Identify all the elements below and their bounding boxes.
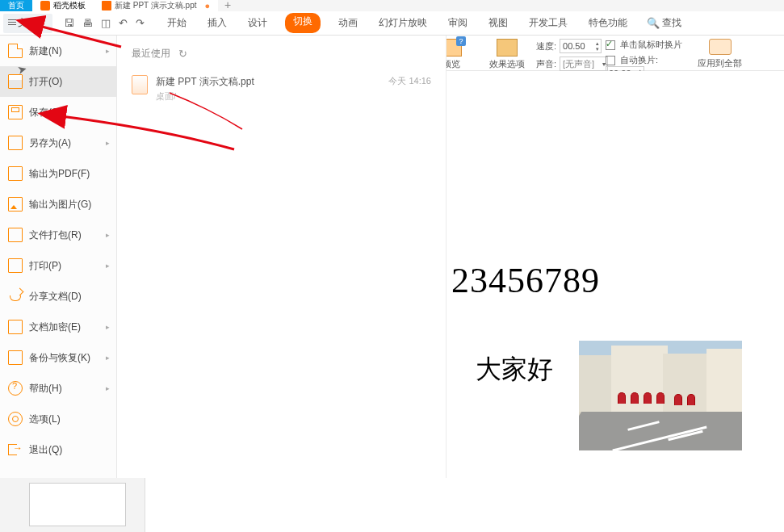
speed-spinner[interactable]: 00.50 ▴▾ xyxy=(560,39,602,53)
file-menu-button[interactable]: 文件 ▾ xyxy=(3,14,52,33)
slide-text-numbers[interactable]: 23456789 xyxy=(451,260,600,301)
file-menu-backup[interactable]: 备份与恢复(K)▸ xyxy=(0,342,116,373)
speed-label: 速度: xyxy=(536,40,556,52)
file-menu-export-pdf[interactable]: 输出为PDF(F) xyxy=(0,158,116,189)
file-menu-new-label: 新建(N) xyxy=(29,44,62,58)
chevron-right-icon: ▸ xyxy=(106,384,110,392)
recent-file-path: 桌面/ xyxy=(156,90,380,103)
quick-access-toolbar: 🖫 🖶 ◫ ↶ ↷ xyxy=(64,17,145,29)
file-menu-share-label: 分享文档(D) xyxy=(29,290,82,304)
chevron-right-icon: ▸ xyxy=(106,47,110,55)
qat-preview-icon[interactable]: ◫ xyxy=(101,17,111,29)
file-menu-help-label: 帮助(H) xyxy=(29,382,62,396)
file-menu-save[interactable]: 保存(S) xyxy=(0,97,116,128)
file-menu-new[interactable]: 新建(N)▸ xyxy=(0,36,116,66)
sound-dropdown[interactable]: [无声音] ▾ xyxy=(560,57,608,71)
print-icon xyxy=(8,258,23,273)
recent-file-name: 新建 PPT 演示文稿.ppt xyxy=(156,75,380,89)
slide-text-greeting[interactable]: 大家好 xyxy=(476,352,553,387)
ribbon-tabs: 开始 插入 设计 切换 动画 幻灯片放映 审阅 视图 开发工具 特色功能 xyxy=(164,13,631,33)
save-as-icon xyxy=(8,136,23,150)
file-menu-package[interactable]: 文件打包(R)▸ xyxy=(0,220,116,250)
ribbon-tab-review[interactable]: 审阅 xyxy=(445,13,471,33)
chevron-right-icon: ▸ xyxy=(106,139,110,147)
docer-icon xyxy=(40,1,50,10)
tab-document[interactable]: 新建 PPT 演示文稿.ppt ● xyxy=(94,0,218,11)
qat-undo-icon[interactable]: ↶ xyxy=(119,17,128,29)
chevron-right-icon: ▸ xyxy=(106,231,110,239)
new-file-icon xyxy=(8,44,23,58)
recent-file-item[interactable]: 新建 PPT 演示文稿.ppt 桌面/ 今天 14:16 xyxy=(132,72,431,106)
ribbon-tab-features[interactable]: 特色功能 xyxy=(585,13,631,33)
gear-icon xyxy=(8,412,23,426)
ribbon-tab-transition[interactable]: 切换 xyxy=(285,13,321,33)
file-menu-exit[interactable]: 退出(Q) xyxy=(0,434,116,465)
ribbon-tab-devtools[interactable]: 开发工具 xyxy=(526,13,571,33)
file-menu-save-label: 保存(S) xyxy=(29,106,61,119)
recent-heading: 最近使用 ↻ xyxy=(132,47,431,61)
ribbon-tab-animation[interactable]: 动画 xyxy=(335,13,361,33)
ribbon-tab-view[interactable]: 视图 xyxy=(485,13,511,33)
file-menu-backup-label: 备份与恢复(K) xyxy=(29,351,90,365)
ribbon-bar: 文件 ▾ 🖫 🖶 ◫ ↶ ↷ 开始 插入 设计 切换 动画 幻灯片放映 审阅 视… xyxy=(0,11,784,36)
ribbon-search[interactable]: 🔍 查找 xyxy=(647,16,681,30)
image-icon xyxy=(8,197,23,212)
pdf-icon xyxy=(8,166,23,181)
file-menu-export-image[interactable]: 输出为图片(G) xyxy=(0,189,116,220)
qat-print-icon[interactable]: 🖶 xyxy=(82,17,93,29)
tab-docer-label: 稻壳模板 xyxy=(53,0,86,11)
refresh-icon[interactable]: ↻ xyxy=(178,48,187,60)
effect-options-group[interactable]: 效果选项 xyxy=(489,39,525,70)
tab-add-button[interactable]: + xyxy=(218,0,237,11)
speed-sound-group: 速度: 00.50 ▴▾ 声音: [无声音] ▾ xyxy=(536,39,608,74)
file-menu-panel: 新建(N)▸ 打开(O) 保存(S) 另存为(A)▸ 输出为PDF(F) 输出为… xyxy=(0,36,117,478)
file-menu-encrypt-label: 文档加密(E) xyxy=(29,320,81,334)
file-menu-options-label: 选项(L) xyxy=(29,413,61,426)
slide-thumbnail[interactable] xyxy=(29,483,126,526)
tab-docer[interactable]: 稻壳模板 xyxy=(32,0,94,11)
apply-all-label: 应用到全部 xyxy=(698,57,742,69)
qat-redo-icon[interactable]: ↷ xyxy=(136,17,145,29)
ribbon-tab-slideshow[interactable]: 幻灯片放映 xyxy=(375,13,430,33)
file-menu-options[interactable]: 选项(L) xyxy=(0,404,116,434)
tab-close-icon[interactable]: ● xyxy=(205,1,211,10)
tab-document-label: 新建 PPT 演示文稿.ppt xyxy=(115,0,197,11)
recent-files-panel: 最近使用 ↻ 新建 PPT 演示文稿.ppt 桌面/ 今天 14:16 xyxy=(117,36,447,478)
file-menu-help[interactable]: 帮助(H)▸ xyxy=(0,373,116,404)
ribbon-search-label: 查找 xyxy=(662,16,681,30)
ribbon-tab-design[interactable]: 设计 xyxy=(245,13,270,33)
file-menu-share[interactable]: 分享文档(D) xyxy=(0,281,116,312)
advance-on-click-checkbox[interactable] xyxy=(606,40,615,50)
chevron-right-icon: ▸ xyxy=(106,323,110,331)
file-menu-print[interactable]: 打印(P)▸ xyxy=(0,250,116,281)
file-menu-save-as[interactable]: 另存为(A)▸ xyxy=(0,128,116,158)
speed-value: 00.50 xyxy=(563,41,585,51)
apply-all-icon xyxy=(709,39,732,55)
slide-image-street[interactable] xyxy=(579,341,742,450)
recent-heading-label: 最近使用 xyxy=(132,47,170,61)
apply-all-group[interactable]: 应用到全部 xyxy=(698,39,742,69)
slide-canvas[interactable]: 23456789 大家好 xyxy=(447,71,784,532)
chevron-right-icon: ▸ xyxy=(106,262,110,270)
ppt-file-icon xyxy=(132,75,148,94)
file-menu-img-label: 输出为图片(G) xyxy=(29,198,91,212)
help-icon xyxy=(8,381,23,396)
spinner-caret-icon[interactable]: ▴▾ xyxy=(596,40,599,52)
auto-advance-checkbox[interactable] xyxy=(606,56,615,65)
file-menu-print-label: 打印(P) xyxy=(29,259,61,273)
auto-advance-label: 自动换片: xyxy=(620,55,658,65)
file-menu-encrypt[interactable]: 文档加密(E)▸ xyxy=(0,312,116,342)
title-tab-strip: 首页 稻壳模板 新建 PPT 演示文稿.ppt ● + xyxy=(0,0,784,11)
share-icon xyxy=(8,289,23,304)
package-icon xyxy=(8,228,23,242)
recent-file-time: 今天 14:16 xyxy=(388,75,431,87)
ribbon-tab-start[interactable]: 开始 xyxy=(164,13,190,33)
qat-save-icon[interactable]: 🖫 xyxy=(64,17,74,29)
tab-home[interactable]: 首页 xyxy=(0,0,32,11)
ribbon-tab-insert[interactable]: 插入 xyxy=(204,13,230,33)
slide-thumbnail-strip xyxy=(0,478,145,532)
file-menu-pack-label: 文件打包(R) xyxy=(29,228,82,242)
exit-icon xyxy=(8,442,23,457)
advance-on-click-label: 单击鼠标时换片 xyxy=(620,40,682,49)
chevron-down-icon: ▾ xyxy=(40,19,44,27)
